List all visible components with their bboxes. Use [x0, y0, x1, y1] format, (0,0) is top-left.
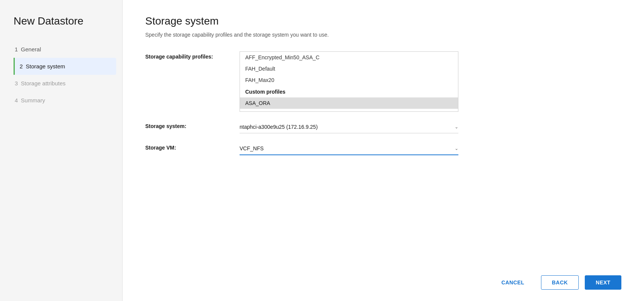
list-item-fah-max20[interactable]: FAH_Max20: [240, 74, 458, 86]
step-number-3: 3: [15, 80, 18, 86]
sidebar-item-storage-attributes[interactable]: 3 Storage attributes: [14, 75, 122, 92]
sidebar-item-label-general: General: [21, 46, 41, 52]
cancel-button[interactable]: CANCEL: [491, 276, 535, 289]
chevron-down-icon: ⌄: [455, 124, 458, 130]
page-subtitle: Specify the storage capability profiles …: [145, 32, 621, 38]
storage-system-value: ntaphci-a300e9u25 (172.16.9.25): [240, 124, 455, 130]
footer: CANCEL BACK NEXT: [145, 268, 621, 301]
step-number-4: 4: [15, 97, 18, 103]
profiles-row: Storage capability profiles: AFF_Encrypt…: [145, 51, 621, 112]
list-item-aff[interactable]: AFF_Encrypted_Min50_ASA_C: [240, 52, 458, 63]
storage-system-label: Storage system:: [145, 121, 240, 129]
list-item-fah-default[interactable]: FAH_Default: [240, 63, 458, 74]
list-item-custom-profiles-header: Custom profiles: [240, 86, 458, 97]
sidebar-item-label-storage-system: Storage system: [26, 63, 65, 69]
sidebar-item-general[interactable]: 1 General: [14, 41, 122, 58]
form-area: Storage capability profiles: AFF_Encrypt…: [145, 51, 621, 268]
sidebar-item-label-storage-attributes: Storage attributes: [21, 80, 65, 86]
sidebar: New Datastore 1 General 2 Storage system…: [0, 0, 123, 301]
list-item-asa-ora[interactable]: ASA_ORA: [240, 97, 458, 109]
nav-steps: 1 General 2 Storage system 3 Storage att…: [14, 41, 122, 109]
back-button[interactable]: BACK: [541, 275, 579, 290]
storage-vm-label: Storage VM:: [145, 142, 240, 151]
storage-system-row: Storage system: ntaphci-a300e9u25 (172.1…: [145, 121, 621, 133]
storage-vm-value: VCF_NFS: [240, 145, 455, 151]
sidebar-title: New Datastore: [14, 15, 122, 27]
sidebar-item-storage-system[interactable]: 2 Storage system: [14, 58, 116, 75]
sidebar-item-summary[interactable]: 4 Summary: [14, 92, 122, 109]
storage-vm-row: Storage VM: VCF_NFS ⌄: [145, 142, 621, 155]
step-number-2: 2: [20, 63, 23, 69]
storage-vm-control: VCF_NFS ⌄: [240, 142, 458, 155]
profiles-listbox[interactable]: AFF_Encrypted_Min50_ASA_C FAH_Default FA…: [240, 51, 458, 112]
chevron-down-icon-vm: ⌄: [455, 146, 458, 151]
profiles-label: Storage capability profiles:: [145, 51, 240, 60]
main-content: Storage system Specify the storage capab…: [123, 0, 644, 301]
sidebar-item-label-summary: Summary: [21, 97, 45, 103]
storage-vm-select[interactable]: VCF_NFS ⌄: [240, 142, 458, 155]
storage-system-control: ntaphci-a300e9u25 (172.16.9.25) ⌄: [240, 121, 458, 133]
next-button[interactable]: NEXT: [585, 275, 621, 290]
storage-system-select[interactable]: ntaphci-a300e9u25 (172.16.9.25) ⌄: [240, 121, 458, 133]
profiles-control: AFF_Encrypted_Min50_ASA_C FAH_Default FA…: [240, 51, 458, 112]
page-title: Storage system: [145, 15, 621, 27]
step-number-1: 1: [15, 46, 18, 52]
